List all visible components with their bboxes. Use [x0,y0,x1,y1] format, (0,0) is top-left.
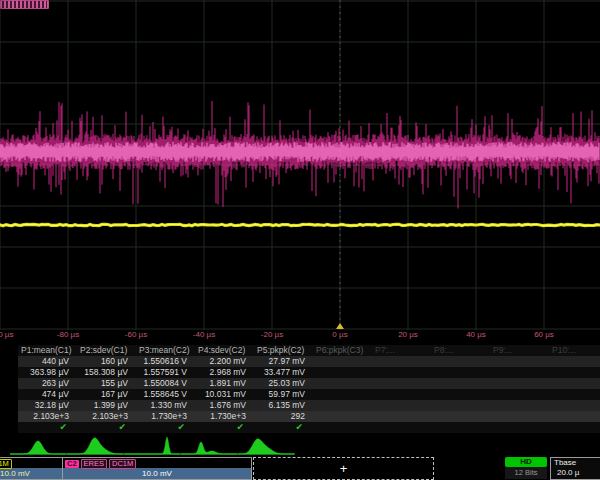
measure-value-cell: 2.103e+3 [18,411,77,422]
measure-value-cell: 59.97 mV [254,389,313,400]
measure-value-cell [549,411,600,422]
status-empty-cell [313,422,372,433]
measure-value-cell [372,356,431,367]
measure-value-cell: 1.550616 V [136,356,195,367]
add-trace-button[interactable]: + [253,457,434,480]
c1-badge-row: C1 DC1M [0,458,63,468]
time-axis-label: -60 µs [125,330,147,339]
parameter-histicon[interactable] [181,434,238,456]
measurement-table: P1:mean(C1)P2:sdev(C1)P3:mean(C2)P4:sdev… [18,345,600,433]
measure-stat-row: 363.98 µV158.308 µV1.557591 V2.968 mV33.… [18,367,600,378]
measure-value-cell [549,389,600,400]
timebase-descriptor[interactable]: Tbase 20.0 µ [550,457,600,480]
measure-value-cell: 10.031 mV [195,389,254,400]
status-empty-cell [431,422,490,433]
measure-value-cell [490,356,549,367]
measure-value-cell: 2.200 mV [195,356,254,367]
hd-bits-label: 12 Bits [515,467,538,478]
measure-value-cell [549,367,600,378]
parameter-header[interactable]: P3:mean(C2) [136,345,195,356]
measure-value-cell [431,378,490,389]
trigger-time-marker[interactable] [336,323,344,329]
time-axis: -100 µs-80 µs-60 µs-40 µs-20 µs0 µs20 µs… [0,330,600,342]
parameter-histicon[interactable] [238,434,295,456]
measure-value-cell [490,389,549,400]
measure-value-cell [549,400,600,411]
measure-value-cell [490,367,549,378]
timebase-value: 20.0 µ [551,468,600,478]
measure-value-cell: 2.103e+3 [77,411,136,422]
c2-vertical-scale: 10.0 mV [63,468,251,479]
time-axis-label: -80 µs [57,330,79,339]
parameter-header[interactable]: P8:... [431,345,490,356]
c2-label: C2 [65,460,79,468]
time-axis-label: 20 µs [398,330,418,339]
parameter-header[interactable]: P10:... [549,345,600,356]
parameter-histicon[interactable] [124,434,181,456]
traces-layer [0,0,600,330]
measure-value-cell [313,367,372,378]
measure-value-cell: 158.308 µV [77,367,136,378]
parameter-header[interactable]: P2:sdev(C1) [77,345,136,356]
measure-value-cell: 1.557591 V [136,367,195,378]
parameter-histicon[interactable] [67,434,124,456]
time-axis-label: 0 µs [332,330,347,339]
channel-c1-descriptor[interactable]: C1 DC1M 10.0 mV [0,457,64,480]
measure-value-cell: 6.135 mV [254,400,313,411]
hd-mode-indicator: HD 12 Bits [505,457,547,479]
parameter-histicon[interactable] [10,434,67,456]
status-empty-cell [490,422,549,433]
measure-value-cell [549,378,600,389]
measure-value-cell [313,356,372,367]
parameter-header[interactable]: P6:pkpk(C3) [313,345,372,356]
channel-c2-descriptor[interactable]: C2 ERES DC1M 10.0 mV [62,457,252,480]
measure-value-cell: 167 µV [77,389,136,400]
measure-value-cell: 292 [254,411,313,422]
measure-value-cell [313,400,372,411]
measure-value-cell [372,389,431,400]
c2-eres-badge: ERES [81,459,107,469]
measure-value-cell: 1.330 mV [136,400,195,411]
measure-value-cell: 25.03 mV [254,378,313,389]
parameter-header[interactable]: P9:... [490,345,549,356]
hd-badge: HD [505,457,547,467]
measure-value-cell [490,411,549,422]
measure-value-cell: 1.558645 V [136,389,195,400]
status-check-icon: ✔ [195,422,254,433]
measure-value-cell [313,389,372,400]
measure-value-cell [313,411,372,422]
measure-value-cell: 32.18 µV [18,400,77,411]
parameter-header[interactable]: P1:mean(C1) [18,345,77,356]
parameter-histicons [10,434,295,456]
measure-value-cell: 160 µV [77,356,136,367]
measure-value-cell [490,378,549,389]
c2-coupling-badge: DC1M [109,459,136,469]
status-check-icon: ✔ [77,422,136,433]
trace-descriptor-badge [0,0,49,9]
measure-value-cell [431,411,490,422]
time-axis-label: -20 µs [261,330,283,339]
time-axis-label: -100 µs [0,330,13,339]
measure-value-cell: 1.399 µV [77,400,136,411]
c1-vertical-scale: 10.0 mV [0,468,63,479]
measure-value-cell: 1.550084 V [136,378,195,389]
measure-value-cell [431,400,490,411]
measure-value-cell [372,378,431,389]
measure-stat-row: 440 µV160 µV1.550616 V2.200 mV27.97 mV [18,356,600,367]
oscilloscope-screen: -100 µs-80 µs-60 µs-40 µs-20 µs0 µs20 µs… [0,0,600,480]
measure-value-cell: 263 µV [18,378,77,389]
measure-status-row: ✔✔✔✔✔ [18,422,600,433]
status-check-icon: ✔ [136,422,195,433]
parameter-header[interactable]: P5:pkpk(C2) [254,345,313,356]
timebase-label: Tbase [551,458,600,468]
time-axis-label: -40 µs [193,330,215,339]
parameter-header[interactable]: P7:... [372,345,431,356]
measure-value-cell [372,400,431,411]
measure-value-cell: 1.676 mV [195,400,254,411]
measure-stat-row: 263 µV155 µV1.550084 V1.891 mV25.03 mV [18,378,600,389]
measure-value-cell: 1.730e+3 [195,411,254,422]
parameter-header[interactable]: P4:sdev(C2) [195,345,254,356]
measure-value-cell: 2.968 mV [195,367,254,378]
plus-icon: + [340,461,348,476]
measure-value-cell [431,367,490,378]
